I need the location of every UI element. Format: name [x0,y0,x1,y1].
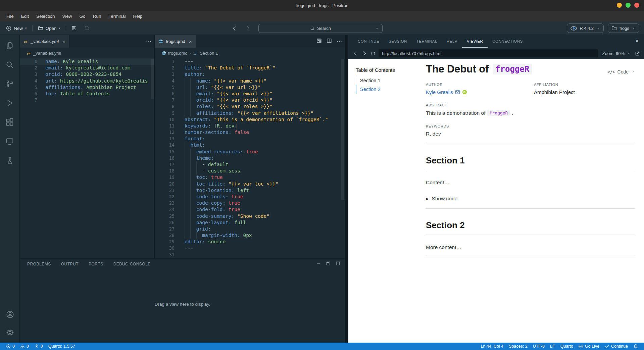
panel-tab-debug-console[interactable]: DEBUG CONSOLE [113,262,151,266]
mail-icon[interactable] [455,90,460,95]
code-line[interactable]: 18- custom.scss [155,168,345,174]
code-line[interactable]: 30--- [155,245,345,251]
code-line[interactable]: 9affiliations: "{{< var affiliations >}}… [155,110,345,116]
code-line[interactable]: 6email: "{{< var email >}}" [155,91,345,97]
breadcrumb-item[interactable]: frogs.qmd [161,51,188,56]
code-line[interactable]: 31 [155,252,345,258]
more-icon[interactable]: ⋯ [146,38,152,45]
code-line[interactable]: 22code-tools: true [155,194,345,200]
panel-tab-connections[interactable]: CONNECTIONS [488,35,527,48]
reload-icon[interactable] [370,51,376,56]
code-line[interactable]: 25code-summary: "Show code" [155,213,345,219]
code-line[interactable]: 26page-layout: full [155,219,345,226]
scrollbar-thumb[interactable] [341,59,344,200]
code-line[interactable]: 19toc: true [155,174,345,181]
code-line[interactable]: 28margin-width: 0px [155,232,345,239]
activity-remote-button[interactable] [4,136,15,147]
code-line[interactable]: 27grid: [155,226,345,232]
menu-edit[interactable]: Edit [17,12,33,20]
code-line[interactable]: 2title: "The Debut of `froggeR`" [155,65,345,71]
code-line[interactable]: 7orcid: "{{< var orcid >}}" [155,97,345,103]
panel-tab-problems[interactable]: PROBLEMS [27,262,51,266]
activity-testing-button[interactable] [4,155,15,166]
activity-extensions-button[interactable] [4,117,15,128]
panel-tab-terminal[interactable]: TERMINAL [412,35,442,48]
breadcrumb-item[interactable]: ym_variables.yml [27,51,61,56]
status-quarto-version[interactable]: Quarto: 1.5.57 [46,343,78,350]
code-line[interactable]: 1--- [155,58,345,65]
menu-help[interactable]: Help [129,12,146,20]
status-indentation[interactable]: Spaces: 2 [506,343,530,350]
panel-tab-session[interactable]: SESSION [384,35,412,48]
code-line[interactable]: 1name: Kyle Grealis [20,58,154,65]
panel-maximize-icon[interactable] [336,261,340,267]
nav-back-button[interactable] [232,25,238,31]
status-continue-status[interactable]: Continue [602,343,631,350]
activity-source-control-button[interactable] [4,79,15,89]
save-all-button[interactable] [82,24,92,32]
nav-forward-button[interactable] [245,25,251,31]
activity-run-debug-button[interactable] [4,98,15,108]
panel-minimize-icon[interactable] [316,261,321,267]
code-line[interactable]: 3orcid: 0000-0002-9223-8854 [20,71,154,78]
project-selector[interactable]: frogs [608,23,639,33]
status-ports-forwarded[interactable]: 0 [32,343,46,350]
toc-item-section-1[interactable]: Section 1 [356,76,421,85]
code-line[interactable]: 3author: [155,71,345,78]
menu-selection[interactable]: Selection [33,12,59,20]
save-button[interactable] [69,24,79,32]
panel-tab-ports[interactable]: PORTS [89,262,103,266]
code-line[interactable]: 5url: "{{< var url >}}" [155,84,345,91]
tab--variables-yml[interactable]: ym_variables.yml× [20,35,69,48]
tab-close-icon[interactable]: × [62,39,65,44]
code-line[interactable]: 24code-fold: true [155,206,345,213]
code-line[interactable]: 15embed-resources: true [155,149,345,155]
panel-restore-icon[interactable] [326,261,331,267]
maximize-button[interactable] [626,3,631,8]
panel-divider[interactable] [345,35,348,343]
menu-terminal[interactable]: Terminal [105,12,129,20]
code-line[interactable]: 14html: [155,142,345,148]
show-code-toggle[interactable]: ▶Show code [426,196,635,202]
interpreter-selector[interactable]: R R 4.4.2 [567,23,604,33]
panel-tab-help[interactable]: HELP [442,35,462,48]
code-line[interactable]: 4url: https://github.com/kyleGrealis [20,78,154,84]
code-line[interactable]: 20toc-title: "{{< var toc >}}" [155,181,345,187]
status-eol[interactable]: LF [547,343,558,350]
status-language-mode[interactable]: Quarto [558,343,576,350]
tab-frogs-qmd[interactable]: frogs.qmd× [155,35,196,48]
status-problems-errors[interactable]: 0 [3,343,17,350]
more-icon[interactable]: ⋯ [337,38,342,45]
open-button[interactable]: Open ▾ [36,24,63,32]
close-button[interactable] [634,3,639,8]
minimize-button[interactable] [617,3,622,8]
code-line[interactable]: 12number-sections: false [155,129,345,136]
status-cursor-position[interactable]: Ln 44, Col 4 [478,343,506,350]
code-line[interactable]: 13format: [155,136,345,142]
tab-close-icon[interactable]: × [189,39,192,44]
code-line[interactable]: 29editor: source [155,239,345,245]
code-line[interactable]: 2email: kylegrealis@icloud.com [20,65,154,71]
panel-close-icon[interactable]: × [635,35,639,48]
url-input[interactable] [379,49,598,57]
activity-search-button[interactable] [4,59,15,70]
status-problems-warnings[interactable]: 0 [17,343,32,350]
status-go-live[interactable]: Go Live [576,343,602,350]
code-line[interactable]: 10abstract: "This is a demonstration of … [155,116,345,123]
code-line[interactable]: 21toc-location: left [155,187,345,194]
viewer-forward-button[interactable] [361,50,367,56]
activity-settings-button[interactable] [5,327,15,338]
orcid-icon[interactable]: iD [462,90,467,95]
code-line[interactable]: 16theme: [155,155,345,161]
code-line[interactable]: 8roles: "{{< var roles >}}" [155,103,345,110]
activity-explorer-button[interactable] [4,40,15,51]
open-external-icon[interactable] [635,51,640,56]
menu-view[interactable]: View [59,12,76,20]
activity-account-button[interactable] [5,309,15,320]
menu-run[interactable]: Run [89,12,105,20]
toc-item-section-2[interactable]: Section 2 [356,85,421,94]
new-button[interactable]: New ▾ [4,24,29,32]
viewer-back-button[interactable] [352,50,358,56]
viewer-zoom-selector[interactable]: Zoom: 90% [601,51,632,56]
code-line[interactable]: 5affiliations: Amphibian Project [20,84,154,91]
